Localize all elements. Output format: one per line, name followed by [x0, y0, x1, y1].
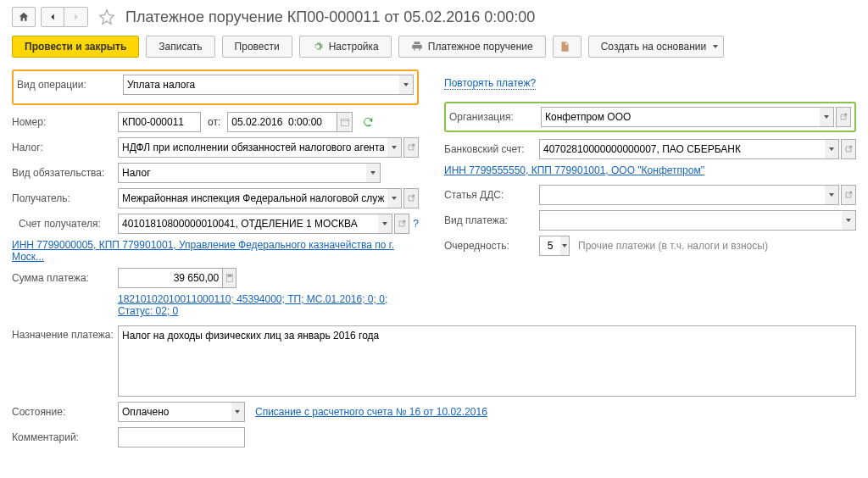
open-icon: [839, 113, 848, 121]
run-and-close-button[interactable]: Провести и закрыть: [12, 36, 139, 58]
run-button[interactable]: Провести: [222, 36, 292, 58]
bank-label: Банковский счет:: [444, 143, 539, 155]
dds-dropdown[interactable]: [825, 185, 839, 205]
recipient-details-link[interactable]: ИНН 7799000005, КПП 779901001, Управлени…: [12, 239, 419, 263]
calc-button[interactable]: [223, 268, 236, 288]
ptype-dropdown[interactable]: [842, 210, 856, 231]
order-input[interactable]: [539, 236, 560, 256]
order-desc: Прочие платежи (в т.ч. налоги и взносы): [578, 240, 768, 252]
rec-account-open[interactable]: [394, 214, 409, 234]
printer-icon: [411, 41, 423, 53]
number-label: Номер:: [12, 116, 118, 128]
open-icon: [407, 143, 415, 152]
sum-label: Сумма платежа:: [12, 272, 118, 284]
dds-open[interactable]: [841, 185, 856, 205]
date-input[interactable]: [227, 112, 337, 132]
purpose-label: Назначение платежа:: [12, 325, 118, 397]
op-type-dropdown[interactable]: [399, 75, 414, 95]
arrow-right-icon: [70, 11, 82, 23]
from-label: от:: [208, 116, 220, 128]
status-link[interactable]: Списание с расчетного счета № 16 от 10.0…: [255, 406, 487, 418]
tax-label: Налог:: [12, 142, 118, 153]
op-type-input[interactable]: [123, 75, 399, 95]
status-input[interactable]: [118, 402, 231, 422]
ptype-input[interactable]: [539, 210, 842, 231]
obl-label: Вид обязательства:: [12, 167, 118, 179]
open-icon: [844, 191, 853, 199]
status-label: Состояние:: [12, 406, 118, 418]
bank-open[interactable]: [841, 139, 856, 159]
open-icon: [398, 220, 406, 228]
dds-label: Статья ДДС:: [444, 189, 539, 201]
open-icon: [844, 145, 853, 153]
order-label: Очередность:: [444, 240, 539, 252]
sum-input[interactable]: [118, 268, 223, 288]
bank-dropdown[interactable]: [825, 139, 839, 159]
comment-label: Комментарий:: [12, 431, 118, 443]
home-icon: [18, 11, 30, 23]
create-based-button[interactable]: Создать на основании: [588, 36, 725, 58]
back-button[interactable]: [41, 7, 64, 27]
status-dropdown[interactable]: [231, 402, 245, 422]
page-title: Платежное поручение КП00-000011 от 05.02…: [125, 8, 535, 26]
org-input[interactable]: [541, 107, 820, 127]
forward-button[interactable]: [64, 7, 88, 27]
recipient-open[interactable]: [403, 188, 419, 208]
org-details-link[interactable]: ИНН 7799555550, КПП 779901001, ООО "Конф…: [444, 164, 704, 176]
kbk-link[interactable]: 18210102010011000110; 45394000; ТП; МС.0…: [118, 293, 419, 317]
refresh-icon[interactable]: [361, 115, 375, 129]
recipient-label: Получатель:: [12, 192, 118, 204]
save-button[interactable]: Записать: [146, 36, 214, 58]
order-dropdown[interactable]: [560, 236, 570, 256]
calculator-icon: [225, 273, 235, 283]
rec-account-label: Счет получателя:: [12, 218, 118, 230]
recipient-input[interactable]: [118, 188, 387, 208]
calendar-button[interactable]: [337, 112, 353, 132]
org-open[interactable]: [836, 107, 851, 127]
purpose-textarea[interactable]: [118, 325, 856, 397]
attach-button[interactable]: [553, 36, 581, 58]
obl-input[interactable]: [118, 163, 366, 183]
document-icon: [559, 41, 570, 53]
op-type-label: Вид операции:: [17, 79, 123, 91]
star-icon[interactable]: [98, 8, 115, 25]
number-input[interactable]: [118, 112, 201, 132]
open-icon: [407, 194, 415, 203]
repeat-payment-link[interactable]: Повторять платеж?: [444, 77, 536, 90]
tax-input[interactable]: [118, 137, 387, 158]
bank-input[interactable]: [539, 139, 825, 159]
recipient-dropdown[interactable]: [387, 188, 402, 208]
svg-rect-0: [341, 119, 348, 126]
org-label: Организация:: [449, 111, 541, 123]
rec-account-input[interactable]: [118, 214, 378, 234]
help-icon[interactable]: ?: [413, 218, 419, 230]
rec-account-dropdown[interactable]: [378, 214, 392, 234]
arrow-left-icon: [47, 11, 58, 23]
tax-dropdown[interactable]: [387, 137, 402, 158]
calendar-icon: [340, 117, 350, 127]
home-button[interactable]: [12, 7, 36, 27]
settings-button[interactable]: Настройка: [299, 36, 392, 58]
org-dropdown[interactable]: [820, 107, 834, 127]
gear-icon: [312, 41, 324, 53]
tax-open[interactable]: [403, 137, 419, 158]
payment-order-button[interactable]: Платежное поручение: [398, 36, 546, 58]
ptype-label: Вид платежа:: [444, 214, 539, 226]
dds-input[interactable]: [539, 185, 825, 205]
svg-rect-2: [227, 275, 231, 277]
obl-dropdown[interactable]: [366, 163, 381, 183]
comment-input[interactable]: [118, 427, 245, 447]
